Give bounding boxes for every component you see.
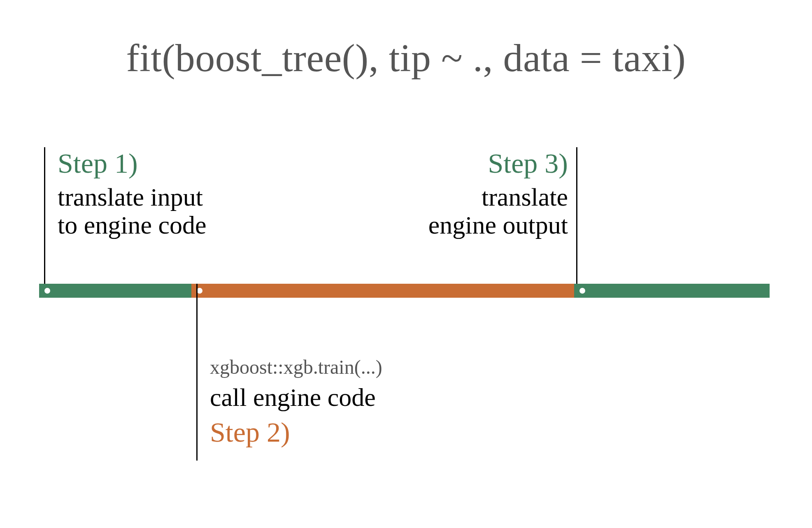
step1-desc-line1: translate input (58, 183, 203, 211)
step1-block: Step 1) translate input to engine code (58, 147, 207, 239)
timeline-segment-step2 (191, 284, 574, 298)
timeline-segment-step1 (39, 284, 191, 298)
step1-label: Step 1) (58, 147, 207, 180)
step2-code: xgboost::xgb.train(...) (210, 356, 382, 378)
step2-block: xgboost::xgb.train(...) call engine code… (210, 356, 382, 449)
timeline-segment-step3 (574, 284, 770, 298)
step2-description: call engine code (210, 383, 382, 411)
step2-label: Step 2) (210, 416, 382, 449)
step1-description: translate input to engine code (58, 183, 207, 239)
step3-desc-line1: translate (482, 183, 568, 211)
diagram-title: fit(boost_tree(), tip ~ ., data = taxi) (0, 35, 812, 81)
timeline-marker-2 (197, 288, 202, 294)
step3-desc-line2: engine output (428, 211, 568, 239)
step3-label: Step 3) (428, 147, 568, 180)
step3-block: Step 3) translate engine output (428, 147, 568, 239)
step3-description: translate engine output (428, 183, 568, 239)
connector-step1 (44, 147, 45, 284)
timeline-marker-3 (579, 288, 585, 294)
diagram-canvas: fit(boost_tree(), tip ~ ., data = taxi) … (0, 0, 812, 528)
step1-desc-line2: to engine code (58, 211, 207, 239)
connector-step3 (576, 147, 577, 284)
connector-step2 (196, 284, 198, 461)
timeline-marker-1 (44, 288, 50, 294)
